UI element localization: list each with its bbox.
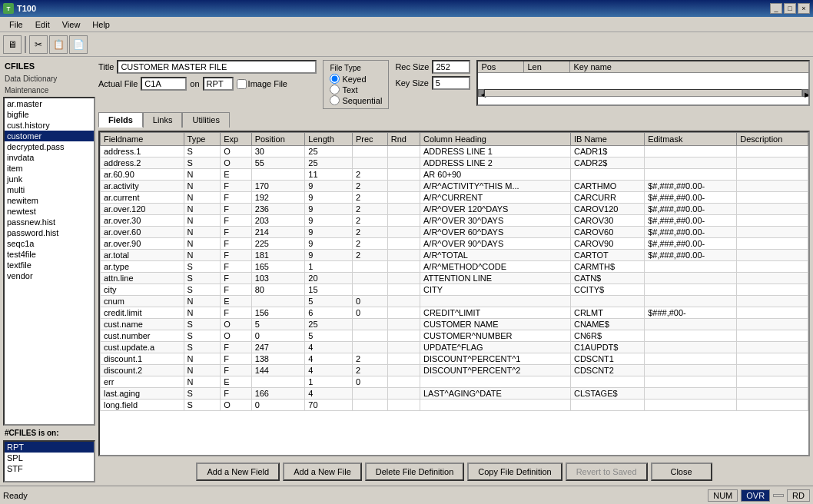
rec-size-input[interactable] <box>432 60 470 74</box>
minimize-button[interactable]: _ <box>770 3 782 14</box>
menu-view[interactable]: View <box>56 18 87 31</box>
table-cell <box>387 169 420 181</box>
on-list[interactable]: RPTSPLSTF <box>3 440 95 482</box>
image-file-checkbox-label[interactable]: Image File <box>237 79 287 89</box>
title-label: Title <box>98 62 114 71</box>
file-list-item[interactable]: textfile <box>5 260 94 270</box>
file-list[interactable]: ar.masterbigfilecust.historycustomerdecr… <box>3 97 95 426</box>
file-list-item[interactable]: password.hist <box>5 227 94 238</box>
table-cell: 30 <box>251 146 305 158</box>
table-row[interactable]: ar.60.90NE112AR 60+90 <box>101 169 808 181</box>
menu-file[interactable]: File <box>3 18 29 31</box>
toolbar-copy-button[interactable]: 📋 <box>49 35 68 54</box>
table-cell: 5 <box>251 319 305 330</box>
file-list-item[interactable]: passnew.hist <box>5 217 94 227</box>
file-list-item[interactable]: cust.history <box>5 120 94 131</box>
actual-file-input[interactable] <box>141 77 187 91</box>
table-row[interactable]: long.fieldSO070 <box>101 400 808 411</box>
table-row[interactable]: cust.numberSO05CUSTOMER^NUMBERCN6R$ <box>101 330 808 342</box>
file-list-item[interactable]: seqc1a <box>5 238 94 249</box>
revert-button[interactable]: Revert to Saved <box>566 463 648 481</box>
file-list-item[interactable]: newitem <box>5 195 94 206</box>
table-cell: 70 <box>305 400 353 411</box>
table-cell: 25 <box>305 158 353 169</box>
table-row[interactable]: address.1SO3025ADDRESS LINE 1CADR1$ <box>101 146 808 158</box>
file-list-item[interactable]: customer <box>5 131 94 141</box>
table-cell: cust.name <box>101 319 184 330</box>
filetype-label: File Type <box>330 64 382 72</box>
table-row[interactable]: discount.1NF13842DISCOUNT^PERCENT^1CDSCN… <box>101 353 808 365</box>
table-row[interactable]: cnumNE50 <box>101 296 808 307</box>
table-row[interactable]: ar.totalNF18192A/R^TOTALCARTOT$#,###,##0… <box>101 250 808 261</box>
title-bar-buttons[interactable]: _ □ × <box>770 3 810 14</box>
tab-links[interactable]: Links <box>143 112 183 128</box>
on-label: on <box>190 79 199 88</box>
radio-text[interactable]: Text <box>330 85 382 94</box>
toolbar-paste-button[interactable]: 📄 <box>69 35 88 54</box>
on-list-item[interactable]: SPL <box>5 453 94 463</box>
file-list-item[interactable]: multi <box>5 184 94 195</box>
copy-button[interactable]: Copy File Definition <box>467 463 562 481</box>
table-row[interactable]: last.agingSF1664LAST^AGING^DATECLSTAGE$ <box>101 388 808 400</box>
table-row[interactable]: cust.nameSO525CUSTOMER NAMECNAME$ <box>101 319 808 330</box>
close-button[interactable]: × <box>798 3 810 14</box>
restore-button[interactable]: □ <box>784 3 796 14</box>
table-row[interactable]: discount.2NF14442DISCOUNT^PERCENT^2CDSCN… <box>101 365 808 376</box>
table-cell <box>645 376 737 388</box>
radio-keyed[interactable]: Keyed <box>330 74 382 84</box>
table-row[interactable]: attn.lineSF10320ATTENTION LINECATN$ <box>101 273 808 284</box>
image-file-checkbox[interactable] <box>237 79 247 89</box>
key-name-col: Key name <box>570 61 808 72</box>
file-list-item[interactable]: invdata <box>5 152 94 163</box>
file-list-item[interactable]: vendor <box>5 270 94 281</box>
table-row[interactable]: ar.over.90NF22592A/R^OVER 90^DAYSCAROV90… <box>101 238 808 250</box>
scroll-right-arrow[interactable]: ► <box>802 89 808 97</box>
on-input[interactable] <box>203 77 234 91</box>
scroll-left-arrow[interactable]: ◄ <box>478 89 484 97</box>
tab-utilities[interactable]: Utilities <box>182 112 229 128</box>
toolbar-cut-button[interactable]: ✂ <box>29 35 48 54</box>
pos-scrollbar[interactable]: ◄ ► <box>478 88 808 98</box>
table-row[interactable]: ar.over.60NF21492A/R^OVER 60^DAYSCAROV60… <box>101 227 808 238</box>
menu-edit[interactable]: Edit <box>29 18 56 31</box>
file-list-item[interactable]: junk <box>5 174 94 184</box>
table-row[interactable]: errNE10 <box>101 376 808 388</box>
add-field-button[interactable]: Add a New Field <box>196 463 280 481</box>
tab-fields[interactable]: Fields <box>98 112 143 128</box>
add-file-button[interactable]: Add a New File <box>283 463 362 481</box>
delete-button[interactable]: Delete File Definition <box>365 463 465 481</box>
file-list-item[interactable]: newtest <box>5 206 94 217</box>
on-list-item[interactable]: RPT <box>5 442 94 453</box>
data-dict-label1: Data Dictionary <box>3 74 95 84</box>
toolbar-monitor-button[interactable]: 🖥 <box>3 35 22 54</box>
table-cell <box>387 146 420 158</box>
close-button[interactable]: Close <box>651 463 712 481</box>
table-cell <box>420 296 570 307</box>
menu-help[interactable]: Help <box>86 18 116 31</box>
scroll-track[interactable] <box>484 89 802 97</box>
table-row[interactable]: ar.currentNF19292A/R^CURRENTCARCURR$#,##… <box>101 192 808 204</box>
table-cell: CUSTOMER^NUMBER <box>420 330 570 342</box>
table-cell: 2 <box>353 169 388 181</box>
file-list-item[interactable]: ar.master <box>5 98 94 109</box>
radio-sequential[interactable]: Sequential <box>330 95 382 105</box>
table-row[interactable]: ar.over.30NF20392A/R^OVER 30^DAYSCAROV30… <box>101 215 808 227</box>
grid-container[interactable]: FieldnameTypeExpPositionLengthPrecRndCol… <box>98 131 810 456</box>
pos-col: Pos <box>478 61 524 72</box>
table-row[interactable]: cust.update.aSF2474UPDATE^FLAGC1AUPDT$ <box>101 342 808 353</box>
on-list-item[interactable]: STF <box>5 463 94 474</box>
status-text: Ready <box>3 491 705 500</box>
title-input[interactable] <box>117 60 317 74</box>
file-list-item[interactable]: test4file <box>5 249 94 260</box>
table-cell: S <box>184 330 221 342</box>
table-row[interactable]: ar.over.120NF23692A/R^OVER 120^DAYSCAROV… <box>101 204 808 215</box>
table-row[interactable]: address.2SO5525ADDRESS LINE 2CADR2$ <box>101 158 808 169</box>
file-list-item[interactable]: bigfile <box>5 109 94 120</box>
file-list-item[interactable]: decrypted.pass <box>5 141 94 152</box>
table-row[interactable]: credit.limitNF15660CREDIT^LIMITCRLMT$###… <box>101 307 808 319</box>
table-row[interactable]: citySF8015CITYCCITY$ <box>101 284 808 296</box>
table-row[interactable]: ar.activityNF17092A/R^ACTIVITY^THIS M...… <box>101 181 808 192</box>
file-list-item[interactable]: item <box>5 163 94 174</box>
key-size-input[interactable] <box>432 76 470 90</box>
table-row[interactable]: ar.typeSF1651A/R^METHOD^CODECARMTH$ <box>101 261 808 273</box>
